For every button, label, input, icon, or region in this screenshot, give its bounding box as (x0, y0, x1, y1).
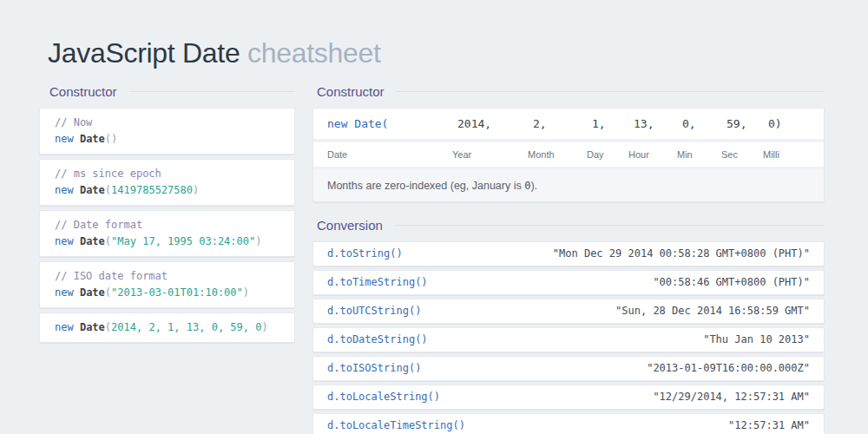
code-block-iso-format: // ISO date format new Date("2013-03-01T… (39, 261, 295, 308)
heading-rule (129, 91, 295, 92)
zero-indexed-note: Months are zero-indexed (eg, January is … (313, 167, 824, 201)
value-min: 0, (677, 115, 721, 132)
code-line: new Date("2013-03-01T01:10:00") (55, 285, 279, 301)
close-paren: ) (111, 133, 117, 145)
value-day: 1, (587, 115, 628, 132)
method-result: "Mon Dec 29 2014 00:58:28 GMT+0800 (PHT)… (553, 248, 810, 260)
label-month: Month (528, 148, 587, 161)
method-name: d.toLocaleTimeString() (327, 420, 465, 431)
code-block-date-format: // Date format new Date("May 17, 1995 03… (39, 210, 295, 257)
code-line: new Date() (55, 131, 279, 148)
method-result: "12:57:31 AM" (728, 420, 810, 431)
method-result: "Thu Jan 10 2013" (703, 334, 810, 345)
code-literal: 2014, 2, 1, 13, 0, 59, 0 (111, 321, 261, 333)
method-name: d.toTimeString() (327, 277, 428, 288)
code-literal: "May 17, 1995 03:24:00" (111, 235, 255, 247)
method-result: "2013-01-09T16:00:00.000Z" (647, 363, 810, 374)
code-literal: 1419785527580 (111, 184, 193, 196)
code-block-args: new Date(2014, 2, 1, 13, 0, 59, 0) (39, 312, 295, 343)
close-paren: ) (255, 235, 261, 247)
left-constructor-heading: Constructor (39, 83, 295, 99)
left-column: Constructor // Now new Date() // ms sinc… (39, 83, 295, 347)
page-title-primary: JavaScript Date (48, 37, 240, 69)
value-sec: 59, (721, 115, 763, 132)
value-year: 2014, (452, 115, 528, 132)
conversion-row-tostring: d.toString() "Mon Dec 29 2014 00:58:28 G… (312, 241, 825, 266)
heading-rule (395, 225, 825, 226)
keyword-new: new (55, 235, 74, 247)
method-name: d.toISOString() (327, 363, 421, 374)
open-paren: ( (105, 235, 111, 247)
function-date: Date (80, 184, 105, 196)
function-date: Date (80, 133, 105, 145)
code-comment: // Date format (55, 217, 279, 233)
conversion-heading-label: Conversion (317, 218, 383, 233)
method-name: d.toUTCString() (327, 306, 421, 317)
label-milli: Milli (763, 148, 810, 161)
note-text: Months are zero-indexed (eg, January is (327, 180, 524, 192)
value-hour: 13, (628, 115, 677, 132)
conversion-row-toutcstring: d.toUTCString() "Sun, 28 Dec 2014 16:58:… (312, 299, 825, 324)
code-literal: "2013-03-01T01:10:00" (111, 286, 243, 299)
open-paren: ( (105, 133, 111, 145)
code-block-epoch: // ms since epoch new Date(1419785527580… (39, 159, 295, 206)
page-title-secondary: cheatsheet (247, 37, 381, 69)
constructor-table: new Date( 2014, 2, 1, 13, 0, 59, 0) Date… (312, 108, 825, 202)
keyword-new: new (55, 184, 74, 196)
method-name: d.toString() (327, 248, 403, 260)
code-block-now: // Now new Date() (39, 108, 295, 155)
method-name: d.toDateString() (327, 334, 428, 345)
code-comment: // ms since epoch (55, 166, 279, 182)
right-constructor-heading-label: Constructor (317, 84, 385, 99)
keyword-new: new (55, 286, 74, 299)
conversion-row-totimestring: d.toTimeString() "00:58:46 GMT+0800 (PHT… (312, 270, 825, 295)
right-column: Constructor new Date( 2014, 2, 1, 13, 0,… (312, 83, 825, 434)
conversion-row-toisostring: d.toISOString() "2013-01-09T16:00:00.000… (312, 356, 825, 381)
conversion-row-tolocaletimestring: d.toLocaleTimeString() "12:57:31 AM" (312, 413, 825, 434)
function-date: Date (80, 286, 105, 299)
close-paren: ) (243, 286, 249, 299)
label-year: Year (452, 148, 528, 161)
open-paren: ( (105, 321, 111, 333)
function-date: Date (80, 235, 105, 247)
label-day: Day (587, 148, 628, 161)
close-paren: ) (193, 184, 199, 196)
page-title: JavaScript Date cheatsheet (48, 37, 381, 69)
keyword-new: new (55, 321, 74, 333)
heading-rule (397, 91, 825, 92)
open-paren: ( (105, 184, 111, 196)
constructor-signature: new Date( (327, 115, 452, 132)
method-name: d.toLocaleString() (327, 391, 440, 403)
label-sec: Sec (721, 148, 763, 161)
label-date: Date (327, 148, 452, 161)
constructor-labels-row: Date Year Month Day Hour Min Sec Milli (313, 139, 824, 167)
conversion-row-todatestring: d.toDateString() "Thu Jan 10 2013" (312, 327, 825, 352)
code-line: new Date(1419785527580) (55, 182, 279, 199)
keyword-new: new (55, 133, 74, 145)
label-hour: Hour (628, 148, 677, 161)
open-paren: ( (105, 286, 111, 299)
method-result: "Sun, 28 Dec 2014 16:58:59 GMT" (615, 306, 810, 317)
label-min: Min (677, 148, 721, 161)
code-line: new Date("May 17, 1995 03:24:00") (55, 233, 279, 250)
right-constructor-heading: Constructor (312, 83, 825, 99)
conversion-heading: Conversion (312, 217, 825, 233)
left-constructor-heading-label: Constructor (49, 84, 117, 99)
value-month: 2, (528, 115, 587, 132)
function-date: Date (80, 321, 105, 333)
conversion-row-tolocalestring: d.toLocaleString() "12/29/2014, 12:57:31… (312, 385, 825, 410)
constructor-values-row: new Date( 2014, 2, 1, 13, 0, 59, 0) (313, 108, 824, 139)
note-text-end: ). (530, 180, 537, 192)
code-comment: // Now (55, 115, 279, 131)
close-paren: ) (261, 321, 267, 333)
code-line: new Date(2014, 2, 1, 13, 0, 59, 0) (55, 319, 279, 336)
code-comment: // ISO date format (55, 268, 279, 285)
value-milli: 0) (763, 115, 810, 132)
method-result: "00:58:46 GMT+0800 (PHT)" (653, 277, 810, 288)
method-result: "12/29/2014, 12:57:31 AM" (653, 391, 810, 403)
